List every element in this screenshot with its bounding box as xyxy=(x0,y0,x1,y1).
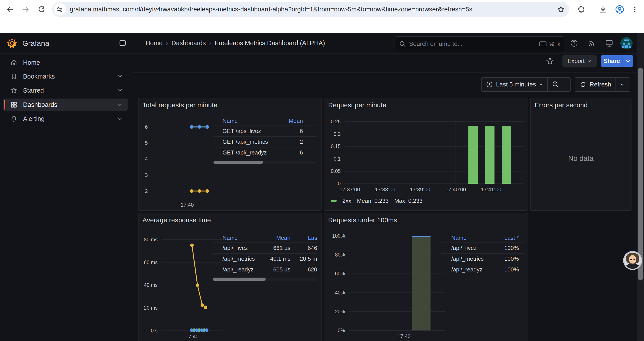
legend-row[interactable]: /api/_readyz605 µs620 xyxy=(212,264,317,275)
extensions-icon[interactable] xyxy=(576,5,585,14)
panel-title[interactable]: Request per minute xyxy=(328,101,386,109)
sidebar-item-bookmarks[interactable]: Bookmarks xyxy=(3,70,128,83)
series-value: 2 xyxy=(274,138,303,145)
legend-header[interactable]: Name xyxy=(222,235,263,241)
breadcrumb-home[interactable]: Home xyxy=(146,40,162,47)
legend-row[interactable]: /api/_readyz100% xyxy=(442,264,524,275)
panel-errors-per-second[interactable]: Errors per second No data xyxy=(530,98,632,211)
y-tick-label: 60% xyxy=(324,271,345,277)
user-avatar[interactable] xyxy=(620,37,632,49)
series-name[interactable]: /api/_readyz xyxy=(222,266,263,273)
series-name[interactable]: /api/_metrics xyxy=(222,255,263,262)
chevron-down-icon[interactable] xyxy=(118,103,122,106)
legend-scrollbar-track[interactable] xyxy=(212,161,317,164)
chevron-down-icon[interactable] xyxy=(118,117,122,120)
download-icon[interactable] xyxy=(599,5,607,14)
panel-request-per-minute[interactable]: Request per minute 2xxMean: 0.233Max: 0.… xyxy=(324,98,528,211)
breadcrumb-separator: › xyxy=(166,40,168,47)
share-dropdown-caret[interactable] xyxy=(622,55,633,67)
search-input-wrap[interactable]: ⌘+k xyxy=(394,37,564,51)
avatar-pixel xyxy=(624,46,628,48)
export-button[interactable]: Export xyxy=(562,55,597,67)
bookmark-star-icon[interactable] xyxy=(557,6,565,13)
legend-inline[interactable]: 2xxMean: 0.233Max: 0.233 xyxy=(331,197,422,204)
sidebar-item-home[interactable]: Home xyxy=(3,56,128,69)
breadcrumb-dashboards[interactable]: Dashboards xyxy=(172,40,206,47)
time-range-picker[interactable]: Last 5 minutes xyxy=(482,78,547,91)
chevron-down-icon[interactable] xyxy=(118,75,122,78)
y-tick-label: 2 xyxy=(138,188,148,194)
series-name[interactable]: /api/_metrics xyxy=(451,255,492,262)
breadcrumb: Home › Dashboards › Freeleaps Metrics Da… xyxy=(146,33,325,53)
news-rss-icon[interactable] xyxy=(588,39,596,47)
zoom-out-button[interactable] xyxy=(548,78,564,91)
panel-title[interactable]: Total requests per minute xyxy=(142,101,218,109)
series-name[interactable]: GET /api/_livez xyxy=(222,128,274,135)
legend-header[interactable]: Name xyxy=(222,118,274,124)
legend-row[interactable]: /api/_metrics100% xyxy=(442,253,524,264)
sidebar-toggle-icon[interactable] xyxy=(119,39,127,47)
sidebar-item-alerting[interactable]: Alerting xyxy=(3,113,128,125)
panel-average-response-time[interactable]: Average response time NameMeanLas/api/_l… xyxy=(138,213,322,341)
search-input[interactable] xyxy=(408,40,539,48)
refresh-button[interactable]: Refresh xyxy=(575,78,616,91)
legend-table: NameLast */api/_livez100%/api/_metrics10… xyxy=(442,233,524,275)
back-icon[interactable] xyxy=(6,6,14,14)
refresh-interval-caret[interactable] xyxy=(616,78,629,91)
help-icon[interactable] xyxy=(570,39,578,47)
share-button-group: Share xyxy=(601,55,633,67)
share-button[interactable]: Share xyxy=(601,55,622,67)
legend-header[interactable]: Mean xyxy=(274,118,303,124)
y-tick-label: 5 xyxy=(138,140,148,146)
reload-icon[interactable] xyxy=(38,6,45,14)
page-scrollbar-thumb[interactable] xyxy=(638,68,643,280)
chevron-down-icon[interactable] xyxy=(118,89,122,92)
x-tick-label: 17:39:00 xyxy=(401,187,438,193)
y-tick-label: 0.1 xyxy=(324,156,341,162)
legend-header[interactable]: Last * xyxy=(492,235,519,241)
sidebar-item-dashboards[interactable]: Dashboards xyxy=(3,99,128,111)
y-tick-label: 100% xyxy=(324,233,345,239)
series-name[interactable]: /api/_livez xyxy=(222,245,263,251)
panel-requests-under-100ms[interactable]: Requests under 100ms NameLast */api/_liv… xyxy=(324,213,528,341)
grafana-logo[interactable] xyxy=(6,37,17,49)
kiosk-monitor-icon[interactable] xyxy=(605,39,613,47)
sidebar-item-starred[interactable]: Starred xyxy=(3,84,128,97)
legend-row[interactable]: /api/_livez100% xyxy=(442,242,524,253)
legend-row[interactable]: GET /api/_readyz6 xyxy=(212,147,317,158)
legend-row[interactable]: GET /api/_livez6 xyxy=(212,126,317,136)
legend-scrollbar-thumb[interactable] xyxy=(214,161,263,164)
legend-scrollbar-track[interactable] xyxy=(212,278,317,281)
legend-header[interactable]: Name xyxy=(451,235,492,241)
legend-table: NameMeanLas/api/_livez661 µs646/api/_met… xyxy=(212,233,317,281)
series-name[interactable]: GET /api/_metrics xyxy=(222,138,274,145)
panel-total-requests[interactable]: Total requests per minute NameMeanGET /a… xyxy=(138,98,322,211)
browser-menu-icon[interactable] xyxy=(631,6,639,14)
favorite-star-icon[interactable] xyxy=(546,57,554,65)
floating-assistant-avatar[interactable] xyxy=(623,251,642,270)
panel-title[interactable]: Errors per second xyxy=(534,101,588,109)
legend-header[interactable]: Las xyxy=(290,235,317,241)
chevron-down-icon xyxy=(626,60,630,63)
url-bar[interactable]: grafana.mathmast.com/d/deytv4rwavabkb/fr… xyxy=(52,2,569,17)
legend-row[interactable]: /api/_livez661 µs646 xyxy=(212,242,317,253)
panel-title[interactable]: Average response time xyxy=(142,216,211,224)
legend-row[interactable]: /api/_metrics40.1 ms20.5 m xyxy=(212,253,317,264)
legend-scrollbar-thumb[interactable] xyxy=(212,278,266,281)
site-info-icon[interactable] xyxy=(54,3,66,16)
url-text[interactable]: grafana.mathmast.com/d/deytv4rwavabkb/fr… xyxy=(70,6,554,13)
series-name[interactable]: /api/_readyz xyxy=(451,266,492,273)
legend-header[interactable]: Mean xyxy=(263,235,290,241)
series-name[interactable]: GET /api/_readyz xyxy=(222,149,274,156)
legend-row[interactable]: GET /api/_metrics2 xyxy=(212,136,317,147)
x-tick-label: 17:38:00 xyxy=(366,187,404,193)
sidebar-item-label: Alerting xyxy=(23,115,44,122)
avatar-eye xyxy=(630,259,632,260)
forward-icon[interactable] xyxy=(22,6,30,14)
series-name[interactable]: /api/_livez xyxy=(451,245,492,251)
page-scrollbar-track[interactable] xyxy=(637,33,644,341)
shortcut-hint: ⌘+k xyxy=(539,41,560,47)
series-name[interactable]: 2xx xyxy=(342,197,351,204)
profile-icon[interactable] xyxy=(615,5,624,14)
panel-title[interactable]: Requests under 100ms xyxy=(328,216,397,224)
